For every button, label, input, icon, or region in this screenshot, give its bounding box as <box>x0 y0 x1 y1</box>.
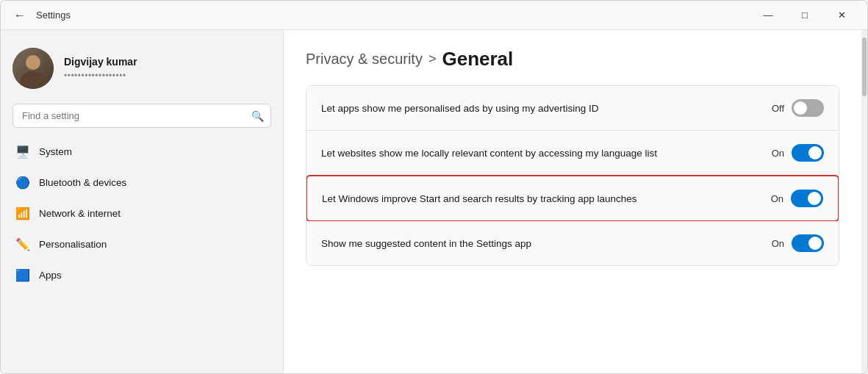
network-icon: 📶 <box>15 206 30 220</box>
sidebar-item-label-system: System <box>39 146 72 157</box>
title-bar: ← Settings — □ ✕ <box>1 1 867 30</box>
setting-status-language: On <box>772 148 784 159</box>
setting-status-suggestions: On <box>772 238 784 249</box>
apps-icon: 🟦 <box>15 267 30 282</box>
toggle-ads[interactable] <box>792 99 824 117</box>
breadcrumb-separator: > <box>428 51 437 67</box>
breadcrumb-parent: Privacy & security <box>306 51 423 68</box>
setting-label-ads: Let apps show me personalised ads by usi… <box>321 103 772 114</box>
scrollbar-thumb <box>862 37 867 96</box>
user-info: Digvijay kumar •••••••••••••••••• <box>64 56 137 81</box>
sidebar-item-label-network: Network & internet <box>39 208 121 219</box>
settings-list: Let apps show me personalised ads by usi… <box>306 85 839 266</box>
user-email: •••••••••••••••••• <box>64 71 137 81</box>
maximize-button[interactable]: □ <box>788 4 822 27</box>
setting-right-language: On <box>772 144 824 162</box>
breadcrumb: Privacy & security > General <box>306 48 839 71</box>
nav-items: 🖥️ System 🔵 Bluetooth & devices 📶 Networ… <box>1 137 283 290</box>
close-button[interactable]: ✕ <box>825 4 858 27</box>
setting-right-tracking: On <box>771 190 823 207</box>
setting-label-language: Let websites show me locally relevant co… <box>321 148 772 159</box>
search-icon: 🔍 <box>251 110 264 122</box>
toggle-tracking[interactable] <box>791 190 823 207</box>
sidebar-item-label-apps: Apps <box>39 270 62 281</box>
setting-label-suggestions: Show me suggested content in the Setting… <box>321 238 772 249</box>
sidebar-item-personalisation[interactable]: ✏️ Personalisation <box>7 229 277 259</box>
avatar <box>12 48 54 89</box>
scrollbar[interactable] <box>861 30 867 373</box>
setting-right-suggestions: On <box>772 234 824 252</box>
user-section: Digvijay kumar •••••••••••••••••• <box>1 42 283 101</box>
window-controls: — □ ✕ <box>751 4 858 27</box>
breadcrumb-current: General <box>442 48 513 71</box>
toggle-suggestions[interactable] <box>792 234 824 252</box>
personalisation-icon: ✏️ <box>15 237 30 251</box>
settings-window: ← Settings — □ ✕ Digvijay kumar ••••••••… <box>0 0 868 374</box>
sidebar-item-label-bluetooth: Bluetooth & devices <box>39 177 126 188</box>
toggle-language[interactable] <box>792 144 824 162</box>
sidebar: Digvijay kumar •••••••••••••••••• 🔍 🖥️ S… <box>1 30 284 373</box>
user-name: Digvijay kumar <box>64 56 137 68</box>
bluetooth-icon: 🔵 <box>15 175 30 190</box>
setting-item-suggestions: Show me suggested content in the Setting… <box>306 221 839 265</box>
setting-label-tracking: Let Windows improve Start and search res… <box>322 193 771 204</box>
setting-item-ads: Let apps show me personalised ads by usi… <box>306 86 839 131</box>
sidebar-item-network[interactable]: 📶 Network & internet <box>7 198 277 228</box>
sidebar-item-system[interactable]: 🖥️ System <box>7 137 277 166</box>
setting-status-ads: Off <box>772 103 784 114</box>
content-area: Privacy & security > General Let apps sh… <box>284 30 861 373</box>
system-icon: 🖥️ <box>15 144 30 159</box>
sidebar-item-label-personalisation: Personalisation <box>39 239 107 250</box>
setting-item-tracking: Let Windows improve Start and search res… <box>306 175 839 222</box>
window-title: Settings <box>36 10 71 21</box>
setting-right-ads: Off <box>772 99 824 117</box>
setting-status-tracking: On <box>771 193 783 204</box>
main-layout: Digvijay kumar •••••••••••••••••• 🔍 🖥️ S… <box>1 30 867 373</box>
back-button[interactable]: ← <box>10 5 30 26</box>
sidebar-item-bluetooth[interactable]: 🔵 Bluetooth & devices <box>7 168 277 197</box>
sidebar-item-apps[interactable]: 🟦 Apps <box>7 260 277 290</box>
search-input[interactable] <box>12 104 271 128</box>
search-box: 🔍 <box>12 104 271 128</box>
minimize-button[interactable]: — <box>751 4 785 27</box>
setting-item-language: Let websites show me locally relevant co… <box>306 131 839 176</box>
